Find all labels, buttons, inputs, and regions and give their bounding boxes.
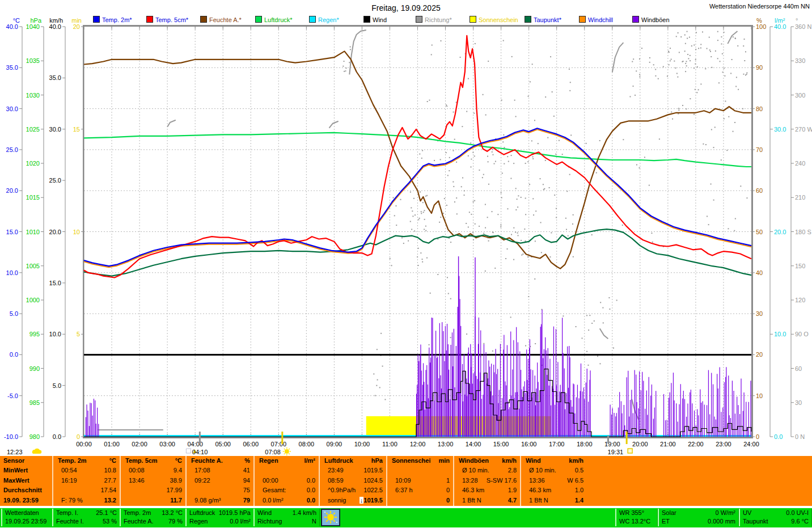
table-cell-value: 75 bbox=[243, 485, 250, 495]
axis-%: 0102030405060708090100% bbox=[752, 17, 766, 440]
table-cell-label: 23:49 bbox=[328, 466, 362, 475]
table-column-windb-en: Windböenkm/hØ 10 min.2.813:28S-SW 17.646… bbox=[453, 456, 521, 506]
sun-outline-icon bbox=[628, 449, 632, 453]
svg-text:08:00: 08:00 bbox=[299, 441, 315, 447]
table-cell-label: 46.3 km bbox=[529, 485, 563, 495]
table-column-header: Feuchte A. bbox=[191, 456, 231, 466]
svg-text:90: 90 bbox=[756, 64, 763, 71]
table-column-sonnenschein: Sonnenscheinmin10:0916:37 h00 bbox=[386, 456, 454, 506]
svg-text:0.0: 0.0 bbox=[53, 433, 61, 440]
table-column-feuchte-a-: Feuchte A.%17:084109:2294759.08 g/m³79 bbox=[185, 456, 255, 506]
status-value: 79 % bbox=[168, 517, 183, 526]
table-cell-label: 6:37 h bbox=[395, 485, 429, 495]
svg-text:20.0: 20.0 bbox=[774, 229, 786, 235]
table-cell-label: 9.08 g/m³ bbox=[194, 496, 230, 505]
svg-text:120: 120 bbox=[795, 297, 805, 303]
svg-text:15: 15 bbox=[73, 126, 80, 133]
svg-text:0.0: 0.0 bbox=[774, 433, 783, 440]
legend-swatch-wind bbox=[363, 16, 370, 23]
table-cell-value: W 6.5 bbox=[567, 476, 583, 485]
legend-item-temp5cm: Temp. 5cm* bbox=[146, 16, 188, 23]
svg-text:30.0: 30.0 bbox=[774, 126, 786, 133]
table-cell-value: 2.8 bbox=[508, 466, 517, 475]
status-value: 0.0 l/m² bbox=[230, 517, 251, 526]
svg-text:0: 0 bbox=[756, 433, 759, 440]
table-cell-value: 0.5 bbox=[575, 466, 583, 475]
table-column-unit: km/h bbox=[502, 456, 517, 466]
table-cell-value: 1.0 bbox=[575, 485, 583, 495]
legend-swatch-temp5cm bbox=[146, 16, 153, 23]
svg-text:05:00: 05:00 bbox=[215, 441, 231, 447]
svg-text:995: 995 bbox=[29, 331, 40, 337]
table-cell-value: 41 bbox=[243, 466, 250, 475]
svg-text:40: 40 bbox=[756, 269, 763, 276]
axis-min: 05101520min bbox=[71, 17, 84, 440]
svg-text:12:23: 12:23 bbox=[7, 449, 23, 455]
sunny-weather-icon bbox=[321, 509, 340, 526]
svg-text:90 O: 90 O bbox=[795, 331, 809, 337]
legend-label: Windchill bbox=[588, 16, 613, 23]
legend-item-sonnenschein: Sonnenschein bbox=[470, 16, 518, 23]
table-column-unit: °C bbox=[175, 456, 182, 466]
status-value: 0.0 UV-I bbox=[786, 509, 809, 517]
status-panel: Wind1.4 km/hRichtungN bbox=[253, 509, 320, 526]
table-column-wind: Windkm/hØ 10 min.0.513:36W 6.546.3 km1.0… bbox=[520, 456, 588, 506]
table-column-unit: % bbox=[244, 456, 250, 466]
table-cell-value: 1019.5 bbox=[363, 466, 383, 475]
status-panel: Wetterdaten19.09.25 23:59 bbox=[1, 509, 53, 526]
svg-text:1020: 1020 bbox=[26, 160, 40, 167]
table-column-unit: °C bbox=[109, 456, 116, 466]
svg-text:12:00: 12:00 bbox=[410, 441, 426, 447]
svg-text:5.0: 5.0 bbox=[53, 382, 61, 389]
table-column-unit: l/m² bbox=[304, 456, 315, 466]
svg-text:5.0: 5.0 bbox=[10, 310, 18, 317]
table-cell-value: S-SW 17.6 bbox=[487, 476, 517, 485]
svg-text:04:10: 04:10 bbox=[192, 449, 208, 455]
table-cell-value: 1.4 bbox=[575, 496, 583, 505]
svg-text:40.0: 40.0 bbox=[774, 23, 786, 30]
table-column-unit: hPa bbox=[371, 456, 383, 466]
legend-item-feuchte: Feuchte A.* bbox=[200, 16, 242, 23]
table-column-unit: km/h bbox=[569, 456, 583, 466]
svg-text:1005: 1005 bbox=[26, 263, 40, 269]
table-column-header: Sonnenschein bbox=[392, 456, 430, 466]
table-cell-value: 9.4 bbox=[174, 466, 182, 475]
table-cell-label: F: 79 % bbox=[61, 496, 96, 505]
svg-text:300: 300 bbox=[795, 92, 805, 99]
svg-text:11:00: 11:00 bbox=[382, 441, 397, 447]
svg-text:70: 70 bbox=[756, 146, 763, 153]
svg-text:03:00: 03:00 bbox=[159, 441, 175, 447]
svg-text:10.0: 10.0 bbox=[774, 331, 786, 337]
table-row-label: 19.09. 23:59 bbox=[3, 496, 51, 505]
svg-text:24:00: 24:00 bbox=[743, 441, 759, 447]
table-cell-label bbox=[61, 485, 96, 495]
dotted-square-icon bbox=[186, 449, 191, 453]
status-value: 1.4 km/h bbox=[293, 509, 316, 517]
axis-°C: -10.0-5.00.05.010.015.020.025.030.035.04… bbox=[4, 17, 22, 440]
table-cell-label: Ø 10 min. bbox=[529, 466, 563, 475]
table-column-regen: Regenl/m²00:000.0Gesamt:0.00.0 l/m²0.0 bbox=[253, 456, 320, 506]
table-cell-label: 08:59 bbox=[328, 476, 362, 485]
table-cell-label bbox=[129, 496, 162, 505]
table-row-label: MinWert bbox=[3, 466, 51, 475]
svg-text:20: 20 bbox=[73, 23, 80, 30]
svg-text:25.0: 25.0 bbox=[6, 146, 18, 153]
svg-text:210: 210 bbox=[795, 194, 805, 201]
table-cell-value: 13.2 bbox=[104, 496, 116, 505]
table-cell-value: 27.7 bbox=[104, 476, 116, 485]
table-cell-label: 13:46 bbox=[129, 476, 162, 485]
svg-text:985: 985 bbox=[29, 399, 40, 406]
axis-km/h: 0.05.010.015.020.025.030.035.040.0km/h bbox=[49, 17, 65, 440]
table-cell-label: sonnig bbox=[328, 496, 362, 505]
svg-text:19:00: 19:00 bbox=[604, 441, 620, 447]
legend-item-richtung: Richtung* bbox=[416, 16, 452, 23]
svg-text:5: 5 bbox=[77, 331, 80, 337]
axis-°: 0 N306090 O120150180 S210240270 W3003303… bbox=[791, 17, 812, 440]
svg-text:60: 60 bbox=[795, 365, 802, 372]
svg-text:13:00: 13:00 bbox=[438, 441, 454, 447]
svg-text:21:00: 21:00 bbox=[660, 441, 676, 447]
table-row-label: Sensor bbox=[3, 456, 51, 466]
status-value: 0 W/m² bbox=[716, 509, 735, 517]
status-value: 25.1 °C bbox=[96, 509, 117, 517]
svg-text:180 S: 180 S bbox=[795, 229, 811, 235]
